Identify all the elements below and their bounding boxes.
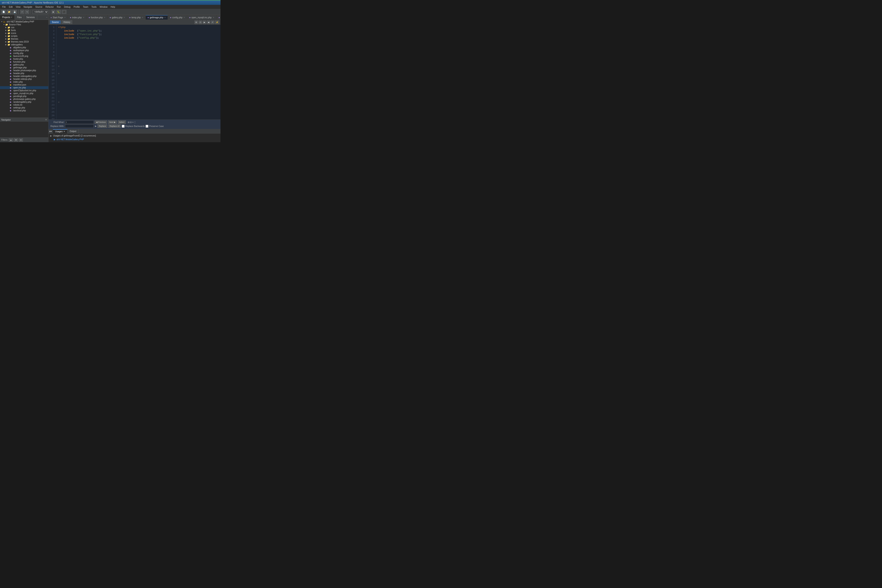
tree-file-favicon[interactable]: ◆ favicon128.png bbox=[0, 55, 48, 57]
source-tab-history[interactable]: History bbox=[62, 20, 72, 24]
source-bar-btn-1[interactable]: ⊞ bbox=[195, 21, 198, 24]
tab-function-close[interactable]: ✕ bbox=[104, 16, 105, 18]
tree-file-header[interactable]: ◆ header.php bbox=[0, 72, 48, 75]
source-bar-btn-2[interactable]: ⊡ bbox=[199, 21, 202, 24]
tree-file-taocloud[interactable]: ◆ taocloud.php bbox=[0, 109, 48, 112]
find-prev-btn[interactable]: ◀ Previous bbox=[94, 120, 107, 124]
menu-help[interactable]: Help bbox=[109, 6, 116, 8]
preserve-case-checkbox[interactable] bbox=[146, 125, 148, 128]
tree-folder-themes-new[interactable]: ▶ 📁 themes-new-2019 bbox=[0, 40, 48, 43]
navigator-close-btn[interactable]: ✕ bbox=[45, 118, 47, 121]
replace-all-btn[interactable]: Replace All bbox=[108, 124, 121, 128]
menu-debug[interactable]: Debug bbox=[63, 6, 72, 8]
tree-folder-scripts[interactable]: ▶ 📁 scripts bbox=[0, 34, 48, 38]
tree-file-randomgallery[interactable]: ◆ randomgallery.php bbox=[0, 100, 48, 104]
tree-file-settings[interactable]: ◆ settings.php bbox=[0, 106, 48, 109]
replace-btn[interactable]: Replace bbox=[98, 124, 107, 128]
menu-profile[interactable]: Profile bbox=[72, 6, 81, 8]
tab-temp[interactable]: ◆ temp.php ✕ bbox=[127, 15, 145, 20]
tree-source-files[interactable]: ▼ 📁 Source Files bbox=[0, 23, 48, 26]
sidebar-tab-projects[interactable]: Projects ✕ bbox=[0, 15, 15, 20]
menu-refactor[interactable]: Refactor bbox=[44, 6, 55, 8]
menu-source[interactable]: Source bbox=[34, 6, 44, 8]
tab-config-close[interactable]: ✕ bbox=[183, 16, 185, 18]
preserve-case-check[interactable]: Preserve Case bbox=[146, 125, 164, 128]
filter-down-btn[interactable]: ▼ bbox=[14, 138, 18, 141]
bottom-tab-output[interactable]: Output bbox=[68, 129, 79, 134]
tab-index-close[interactable]: ✕ bbox=[83, 16, 84, 18]
sidebar-tab-services[interactable]: Services bbox=[24, 15, 37, 20]
tree-file-audioplayer[interactable]: ◆ audioplayer.php bbox=[0, 49, 48, 52]
tab-index[interactable]: ◆ index.php ✕ bbox=[68, 15, 86, 20]
filter-clear-btn[interactable]: ✕ bbox=[19, 138, 23, 141]
replace-backwards-check[interactable]: Replace Backwards bbox=[122, 125, 145, 128]
bottom-expand-btn[interactable]: ▶▶ bbox=[48, 130, 53, 133]
tab-getimage-close[interactable]: ✕ bbox=[164, 16, 166, 18]
tab-config[interactable]: ◆ config.php ✕ bbox=[168, 15, 187, 20]
sidebar-tab-files[interactable]: Files bbox=[15, 15, 24, 20]
filter-up-btn[interactable]: ▲ bbox=[9, 138, 13, 141]
sidebar-collapse-btn[interactable]: − bbox=[45, 16, 48, 18]
find-what-input[interactable] bbox=[65, 120, 94, 124]
find-next-btn[interactable]: Next ▶ bbox=[108, 120, 117, 124]
toolbar-new-btn[interactable]: 📄 bbox=[2, 10, 6, 14]
toolbar-redo-btn[interactable]: ↪ bbox=[25, 10, 29, 14]
code-content[interactable]: <?php include ("open.inc.php"); include … bbox=[57, 25, 220, 120]
menu-window[interactable]: Window bbox=[98, 6, 109, 8]
file-tree[interactable]: ▼ 🗂 skV-NET.MobileGallery.PHP ▼ 📁 Source… bbox=[0, 20, 48, 117]
tree-file-gallery[interactable]: ◆ gallery.php bbox=[0, 63, 48, 66]
menu-file[interactable]: File bbox=[1, 6, 7, 8]
tab-gallery[interactable]: ◆ gallery.php ✕ bbox=[108, 15, 127, 20]
tab-temp-close[interactable]: ✕ bbox=[142, 16, 143, 18]
tab-open-mysqli[interactable]: ◆ open_mysqli.inc.php ✕ bbox=[187, 15, 216, 20]
find-select-btn[interactable]: Select bbox=[118, 120, 126, 124]
replace-backwards-checkbox[interactable] bbox=[122, 125, 124, 128]
tree-file-header-ps[interactable]: ◆ header.photoswipe.php bbox=[0, 69, 48, 72]
tab-function[interactable]: ◆ function.php ✕ bbox=[87, 15, 108, 20]
tab-open-mysqli-close[interactable]: ✕ bbox=[213, 16, 214, 18]
source-tab-source[interactable]: Source bbox=[50, 20, 61, 24]
source-bar-btn-5[interactable]: ↺ bbox=[211, 21, 214, 24]
menu-run[interactable]: Run bbox=[56, 6, 62, 8]
tree-file-pendingit[interactable]: ◆ pendingit.php bbox=[0, 95, 48, 98]
source-bar-btn-3[interactable]: ▶ bbox=[203, 21, 206, 24]
tree-file-open-inc[interactable]: ◆ open.inc.php bbox=[0, 86, 48, 89]
tree-folder-videogallery[interactable]: ▶ 📁 videogallery bbox=[0, 43, 48, 46]
menu-tools[interactable]: Tools bbox=[90, 6, 98, 8]
menu-team[interactable]: Team bbox=[82, 6, 90, 8]
bottom-tab-usages-close[interactable]: ✕ bbox=[63, 130, 65, 132]
profile-select[interactable]: <default> bbox=[32, 10, 48, 14]
tree-folder-fonts[interactable]: ▶ 📁 fonts bbox=[0, 29, 48, 32]
tree-folder-css[interactable]: ▶ 📁 css bbox=[0, 26, 48, 29]
source-bar-btn-4[interactable]: ◀ bbox=[207, 21, 210, 24]
tree-folder-themes[interactable]: ▶ 📁 themes bbox=[0, 38, 48, 40]
tree-file-allgallery[interactable]: ◆ allgallery.php bbox=[0, 46, 48, 49]
tree-file-getimage[interactable]: ◆ getImage.php bbox=[0, 66, 48, 69]
toolbar-save-btn[interactable]: 💾 bbox=[12, 10, 17, 14]
tree-file-opencb[interactable]: ◆ openClipbucket.inc.php bbox=[0, 89, 48, 92]
bottom-tab-usages[interactable]: Usages ✕ bbox=[53, 129, 68, 134]
tab-start-page[interactable]: ◈ Start Page ✕ bbox=[48, 15, 68, 20]
tab-getimage[interactable]: ◆ getImage.php ✕ bbox=[146, 15, 168, 20]
menu-navigate[interactable]: Navigate bbox=[22, 6, 33, 8]
tree-file-config[interactable]: ◆ config.php bbox=[0, 52, 48, 55]
sidebar-tab-projects-close[interactable]: ✕ bbox=[11, 16, 12, 18]
tree-file-function[interactable]: ◆ function.php bbox=[0, 60, 48, 63]
replace-with-input[interactable] bbox=[65, 124, 94, 128]
menu-edit[interactable]: Edit bbox=[8, 6, 14, 8]
toolbar-debug-btn[interactable]: 🐛 bbox=[56, 10, 61, 14]
tree-file-open-mysqli[interactable]: ◆ open_mysqli.inc.php bbox=[0, 92, 48, 95]
tree-file-header-vjs[interactable]: ◆ header.videojs.php bbox=[0, 78, 48, 81]
source-bar-btn-6[interactable]: ⚡ bbox=[215, 21, 219, 24]
tree-file-index[interactable]: ◆ index.php bbox=[0, 81, 48, 83]
tree-folder-icons[interactable]: ▶ 📁 icons bbox=[0, 32, 48, 34]
toolbar-open-btn[interactable]: 📁 bbox=[7, 10, 12, 14]
tree-file-robots[interactable]: ◆ robots.txt bbox=[0, 104, 48, 106]
toolbar-run-btn[interactable]: ▶ bbox=[52, 10, 56, 14]
tab-start-page-close[interactable]: ✕ bbox=[64, 16, 66, 18]
tab-open-inc[interactable]: ◆ open.inc.php ✕ bbox=[216, 15, 220, 20]
toolbar-stop-btn[interactable]: ⬛ bbox=[62, 10, 66, 14]
tree-file-footer[interactable]: ◆ footer.php bbox=[0, 57, 48, 60]
tree-root[interactable]: ▼ 🗂 skV-NET.MobileGallery.PHP bbox=[0, 20, 48, 23]
tree-file-header-vg[interactable]: ◆ header.videogallery.php bbox=[0, 75, 48, 78]
